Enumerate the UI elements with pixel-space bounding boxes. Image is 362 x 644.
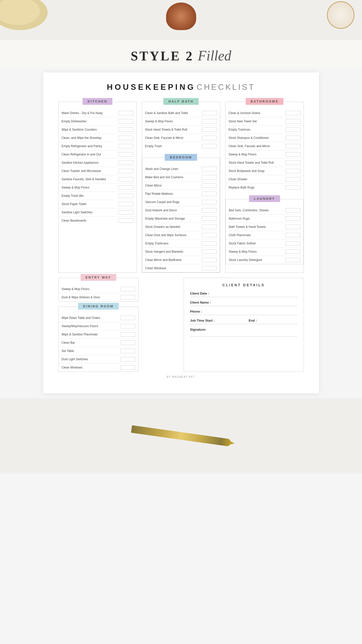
check-box[interactable] <box>120 365 135 370</box>
check-box[interactable] <box>118 169 134 173</box>
check-box[interactable] <box>202 119 217 124</box>
check-box[interactable] <box>120 316 135 320</box>
check-box[interactable] <box>202 208 217 213</box>
list-item: Sweep & Mop Floors <box>142 117 220 126</box>
list-item: Stock Paper Towel <box>59 200 137 208</box>
check-box[interactable] <box>202 200 217 204</box>
item-text: Stock New Towel Set <box>228 120 285 123</box>
check-box[interactable] <box>202 175 217 179</box>
check-box[interactable] <box>286 111 301 115</box>
client-phone-line <box>204 313 297 313</box>
item-text: Clean Sink, Faucets and Mirror <box>228 144 285 148</box>
check-box[interactable] <box>286 185 301 190</box>
item-text: Stock Drawers as Needed <box>145 225 202 229</box>
check-box[interactable] <box>202 241 217 246</box>
check-box[interactable] <box>118 177 134 181</box>
pen-decoration <box>131 425 231 446</box>
check-box[interactable] <box>285 216 300 221</box>
list-item: Empty Dishwasher <box>59 117 137 126</box>
client-phone-field: Phone : <box>190 310 297 315</box>
check-box[interactable] <box>285 258 300 262</box>
list-item: Clean Shower <box>225 175 303 183</box>
check-box[interactable] <box>120 349 135 353</box>
list-item: Stock New Towel Set <box>225 117 303 126</box>
item-text: Bed Sets, Comforters, Sheets <box>229 209 285 212</box>
check-box[interactable] <box>202 216 217 221</box>
list-item: Cloth Placemats <box>226 231 303 239</box>
check-box[interactable] <box>286 177 301 181</box>
check-box[interactable] <box>202 167 217 171</box>
check-box[interactable] <box>202 183 217 188</box>
item-text: Wipe & Sanitizer Counters <box>62 128 118 131</box>
item-text: Stock Hangers and Blankets <box>145 250 202 253</box>
item-text: Wipe Down Table and Chairs <box>62 316 120 320</box>
check-box[interactable] <box>286 144 301 148</box>
check-box[interactable] <box>286 136 301 140</box>
check-box[interactable] <box>118 194 134 198</box>
check-box[interactable] <box>286 160 301 165</box>
list-item: Clean Bar <box>59 339 138 347</box>
check-box[interactable] <box>118 127 134 132</box>
item-text: Empty Trashcan <box>228 128 285 131</box>
check-box[interactable] <box>285 249 300 254</box>
check-box[interactable] <box>202 225 217 229</box>
check-box[interactable] <box>118 185 134 190</box>
laundry-list: Bed Sets, Comforters, SheetsBathroom Rug… <box>226 206 303 264</box>
item-text: Clean Mirror <box>145 184 202 187</box>
check-box[interactable] <box>202 192 217 196</box>
check-box[interactable] <box>118 152 134 157</box>
list-item: Set Table <box>59 347 138 355</box>
check-box[interactable] <box>120 295 135 300</box>
list-item: Empty Refrigerator and Pantry <box>59 142 137 150</box>
check-box[interactable] <box>120 332 135 337</box>
kitchen-list: Wash Dishes - Dry & Put AwayEmpty Dishwa… <box>59 109 137 225</box>
check-box[interactable] <box>285 225 300 229</box>
check-box[interactable] <box>120 324 135 328</box>
check-box[interactable] <box>118 218 134 223</box>
item-text: Flip/ Rotate Mattress <box>145 192 202 196</box>
check-box[interactable] <box>118 144 134 148</box>
check-box[interactable] <box>120 340 135 345</box>
item-text: Clean Bar <box>62 341 120 344</box>
item-text: Empty Trashcans <box>145 242 202 245</box>
list-item: Wash Dishes - Dry & Put Away <box>59 109 137 117</box>
check-box[interactable] <box>202 258 217 262</box>
check-box[interactable] <box>286 152 301 157</box>
item-text: Clean Mirror and Bedframe <box>145 258 202 262</box>
check-box[interactable] <box>120 287 135 291</box>
page-wrapper: STYLE 2 Filled HOUSEKEEPING CHECKLIST KI… <box>0 0 362 474</box>
check-box[interactable] <box>120 357 135 361</box>
check-box[interactable] <box>118 210 134 215</box>
check-box[interactable] <box>286 169 301 173</box>
check-box[interactable] <box>202 127 217 132</box>
item-text: Sanitize Light Switches <box>62 211 118 214</box>
item-text: Sanitize Kitchen Appliances <box>62 161 118 164</box>
check-box[interactable] <box>202 111 217 115</box>
check-box[interactable] <box>202 144 217 148</box>
list-item: Sweep/Mop/Vacuum Floors <box>59 322 138 330</box>
check-box[interactable] <box>118 202 134 206</box>
list-item: Clean Sink, Faucets & Mirror <box>142 134 220 142</box>
check-box[interactable] <box>286 127 301 132</box>
item-text: Empty Dishwasher <box>62 120 118 123</box>
item-text: Clean & Unclock Drains <box>228 111 285 115</box>
diningroom-label: DINING ROOM <box>83 304 114 308</box>
check-box[interactable] <box>285 233 300 237</box>
check-box[interactable] <box>285 208 300 213</box>
check-box[interactable] <box>285 241 300 246</box>
check-box[interactable] <box>202 136 217 140</box>
check-box[interactable] <box>202 266 217 270</box>
item-text: Clean & Sanitize Bath and Toilet <box>145 111 202 115</box>
check-box[interactable] <box>118 111 134 115</box>
item-text: Clean Shower <box>228 177 285 181</box>
check-box[interactable] <box>202 249 217 254</box>
check-box[interactable] <box>202 233 217 237</box>
bedroom-list: Wash and Change LinenMake Bed and Set Cu… <box>142 165 220 272</box>
check-box[interactable] <box>118 160 134 165</box>
halfbath-section: HALF BATH Clean & Sanitize Bath and Toil… <box>142 102 220 273</box>
check-box[interactable] <box>286 119 301 124</box>
halfbath-header: HALF BATH <box>163 98 198 105</box>
check-box[interactable] <box>118 119 134 124</box>
list-item: Sanitize Faucets, Sink & Handles <box>59 175 137 183</box>
check-box[interactable] <box>118 136 134 140</box>
